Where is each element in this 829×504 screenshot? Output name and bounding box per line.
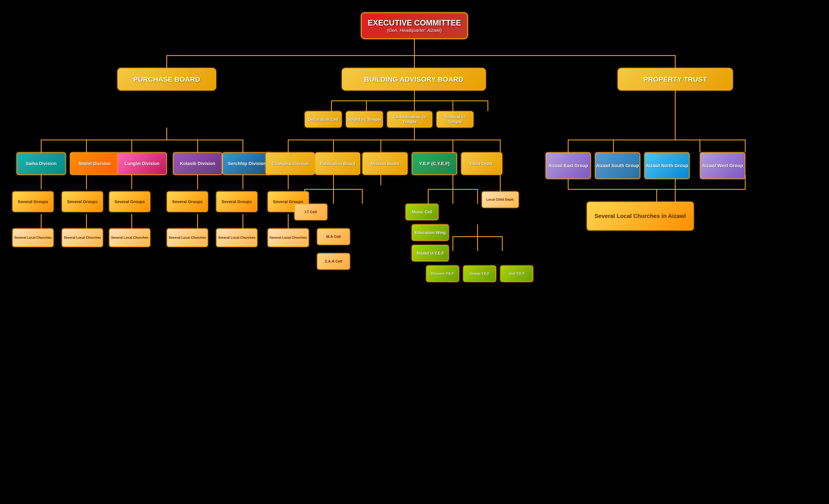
division-yef-label: Division Y.E.F bbox=[431, 272, 454, 276]
yef-node: Y.E.F (C.Y.E.F) bbox=[412, 152, 457, 175]
several-local-5-label: Several Local Churches bbox=[218, 236, 255, 240]
local-child-node: Local Child Deptt. bbox=[482, 191, 519, 208]
it-cell-node: I.T Cell bbox=[294, 204, 327, 220]
group-yef-node: Group Y.E.F bbox=[463, 265, 496, 282]
sound-temple-node: Sound i/c Temple bbox=[346, 111, 383, 128]
building-advisory-label: BUILDING ADVISORY BOARD bbox=[364, 75, 463, 83]
several-groups-kolasib: Several Groups bbox=[167, 191, 208, 212]
champhai-division-node: Champhai Division bbox=[265, 152, 315, 175]
technical-label: Tecnical i/c Temple bbox=[437, 115, 473, 124]
yef-label: Y.E.F (C.Y.E.F) bbox=[419, 161, 449, 166]
ma-cell-label: M.A Cell bbox=[326, 235, 341, 239]
aizawl-east-node: Aizawl East Group bbox=[545, 152, 591, 179]
several-local-aizawl-label: Several Local Churches in Aizawl bbox=[594, 213, 686, 219]
decoration-cell-label: Decoration Cell bbox=[308, 117, 338, 122]
kolasib-division-node: Kolasib Division bbox=[173, 152, 222, 175]
unit-yef-node: Unit Y.E.F bbox=[500, 265, 533, 282]
purchase-board-node: PURCHASE BOARD bbox=[117, 68, 216, 91]
saiha-division-node: Saiha Division bbox=[16, 152, 66, 175]
several-local-2: Several Local Churches bbox=[62, 228, 103, 247]
building-advisory-node: BUILDING ADVISORY BOARD bbox=[342, 68, 486, 91]
property-trust-label: PROPERTY TRUST bbox=[643, 75, 707, 83]
publication-board-node: Publication Board bbox=[315, 152, 360, 175]
several-local-1: Several Local Churches bbox=[12, 228, 53, 247]
aizawl-east-label: Aizawl East Group bbox=[548, 163, 588, 168]
purchase-board-label: PURCHASE BOARD bbox=[133, 75, 200, 83]
sound-temple-label: Sound i/c Temple bbox=[348, 117, 381, 122]
champhai-label: Champhai Division bbox=[272, 161, 309, 166]
aizawl-uyef-node: Aizawl U.Y.E.F bbox=[412, 245, 449, 261]
serchhip-label: Serchhip Division bbox=[228, 161, 266, 166]
local-child-label: Local Child Deptt. bbox=[486, 198, 514, 202]
mission-label: Mission Board bbox=[371, 161, 399, 166]
several-groups-1-label: Several Groups bbox=[18, 200, 48, 204]
saiha-label: Saiha Division bbox=[26, 161, 57, 166]
education-wing-label: Education Wing bbox=[415, 230, 446, 235]
lunglei-division-node: Lunglei Division bbox=[117, 152, 167, 175]
several-local-3: Several Local Churches bbox=[109, 228, 150, 247]
several-groups-serchhip: Several Groups bbox=[216, 191, 257, 212]
several-local-3-label: Several Local Churches bbox=[111, 236, 148, 240]
unit-yef-label: Unit Y.E.F bbox=[509, 272, 525, 276]
several-local-2-label: Several Local Churches bbox=[64, 236, 101, 240]
zaa-cell-node: Z.A.A Cell bbox=[317, 253, 350, 269]
several-local-6-label: Several Local Churches bbox=[269, 236, 307, 240]
kolasib-label: Kolasib Division bbox=[180, 161, 215, 166]
several-local-5: Several Local Churches bbox=[216, 228, 257, 247]
several-groups-6-label: Several Groups bbox=[273, 200, 303, 204]
mission-board-node: Mission Board bbox=[362, 152, 408, 175]
decoration-cell-node: Decoration Cell bbox=[305, 111, 342, 128]
several-groups-mamit: Several Groups bbox=[62, 191, 103, 212]
property-trust-node: PROPERTY TRUST bbox=[618, 68, 733, 91]
aizawl-south-node: Aizawl South Group bbox=[595, 152, 640, 179]
exec-committee-node: EXECUTIVE COMMITTEE (Gen. Headquarter: A… bbox=[361, 12, 468, 39]
education-wing-node: Education Wing bbox=[412, 224, 449, 241]
aizawl-north-node: Aizawl North Group bbox=[644, 152, 690, 179]
several-groups-2-label: Several Groups bbox=[67, 200, 98, 204]
co-ordination-label: Co-Ordination i/c Temple bbox=[388, 115, 432, 124]
several-local-4: Several Local Churches bbox=[167, 228, 208, 247]
publication-label: Publication Board bbox=[320, 161, 355, 166]
aizawl-west-label: Aizawl West Group bbox=[702, 163, 743, 168]
several-groups-saiha: Several Groups bbox=[12, 191, 53, 212]
several-local-1-label: Several Local Churches bbox=[14, 236, 51, 240]
several-groups-3-label: Several Groups bbox=[114, 200, 145, 204]
music-cell-node: Music Cell bbox=[405, 204, 438, 220]
ma-cell-node: M.A Cell bbox=[317, 228, 350, 245]
lunglei-label: Lunglei Division bbox=[124, 161, 159, 166]
chart-container: EXECUTIVE COMMITTEE (Gen. Headquarter: A… bbox=[0, 0, 829, 504]
co-ordination-node: Co-Ordination i/c Temple bbox=[387, 111, 432, 128]
aizawl-north-label: Aizawl North Group bbox=[646, 163, 688, 168]
aizawl-uyef-label: Aizawl U.Y.E.F bbox=[416, 251, 444, 256]
serchhip-division-node: Serchhip Division bbox=[222, 152, 272, 175]
aizawl-west-node: Aizawl West Group bbox=[700, 152, 745, 179]
it-cell-label: I.T Cell bbox=[305, 210, 317, 214]
several-local-4-label: Several Local Churches bbox=[169, 236, 206, 240]
several-local-6: Several Local Churches bbox=[267, 228, 309, 247]
music-cell-label: Music Cell bbox=[412, 210, 432, 214]
several-local-aizawl: Several Local Churches in Aizawl bbox=[587, 202, 694, 230]
child-dept-node: Child Deptt. bbox=[461, 152, 502, 175]
technical-node: Tecnical i/c Temple bbox=[436, 111, 473, 128]
zaa-cell-label: Z.A.A Cell bbox=[325, 259, 342, 264]
several-groups-4-label: Several Groups bbox=[172, 200, 203, 204]
several-groups-5-label: Several Groups bbox=[221, 200, 252, 204]
exec-title: EXECUTIVE COMMITTEE bbox=[368, 18, 461, 28]
exec-subtitle: (Gen. Headquarter: Aizawl) bbox=[387, 28, 442, 33]
child-dept-label: Child Deptt. bbox=[470, 161, 493, 166]
mamit-division-node: Mamit Division bbox=[70, 152, 119, 175]
mamit-label: Mamit Division bbox=[79, 161, 111, 166]
division-yef-node: Division Y.E.F bbox=[426, 265, 459, 282]
aizawl-south-label: Aizawl South Group bbox=[596, 163, 639, 168]
group-yef-label: Group Y.E.F bbox=[470, 272, 490, 276]
several-groups-lunglei: Several Groups bbox=[109, 191, 150, 212]
